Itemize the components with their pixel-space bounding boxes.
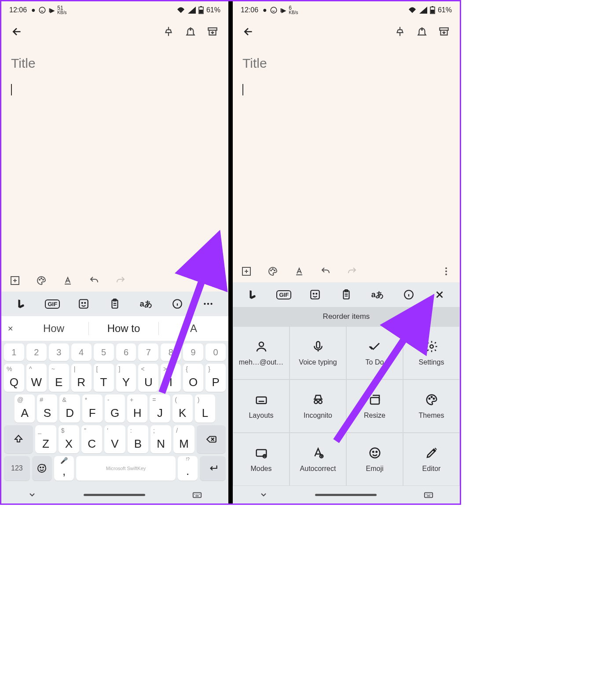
key-R[interactable]: |R [71, 364, 92, 392]
key-L[interactable]: )L [195, 394, 215, 423]
keyboard-switch-icon[interactable] [424, 490, 433, 500]
palette-button[interactable] [35, 274, 48, 287]
key-Z[interactable]: _Z [35, 425, 56, 453]
key-B[interactable]: :B [128, 425, 148, 453]
key-W[interactable]: ^W [26, 364, 47, 392]
key-X[interactable]: $X [59, 425, 79, 453]
sticker-button[interactable] [306, 286, 324, 303]
toolbar-item-pen[interactable]: Editor [403, 433, 460, 486]
undo-button[interactable] [88, 274, 101, 287]
key-3[interactable]: 3 [49, 343, 69, 361]
toolbar-item-check[interactable]: To Do [346, 326, 403, 379]
key-Q[interactable]: %Q [4, 364, 24, 392]
key-K[interactable]: (K [172, 394, 193, 423]
toolbar-item-mic[interactable]: Voice typing [290, 326, 346, 379]
key-8[interactable]: 8 [161, 343, 181, 361]
key-0[interactable]: 0 [205, 343, 226, 361]
key-5[interactable]: 5 [94, 343, 114, 361]
key-6[interactable]: 6 [116, 343, 136, 361]
dismiss-suggestions[interactable]: ✕ [1, 325, 19, 333]
pin-button[interactable] [391, 23, 409, 40]
archive-button[interactable] [435, 23, 453, 40]
key-J[interactable]: =J [150, 394, 170, 423]
toolbar-item-emoji[interactable]: Emoji [346, 433, 403, 486]
key-I[interactable]: >I [161, 364, 181, 392]
clipboard-button[interactable] [106, 295, 124, 313]
bing-icon[interactable] [12, 295, 30, 313]
shift-key[interactable] [4, 425, 33, 453]
key-F[interactable]: *F [82, 394, 103, 423]
key-D[interactable]: &D [59, 394, 80, 423]
space-key[interactable]: Microsoft SwiftKey [76, 456, 176, 481]
key-7[interactable]: 7 [138, 343, 158, 361]
comma-key[interactable]: 🎤, [54, 456, 74, 481]
nav-pill[interactable] [315, 494, 377, 496]
translate-button[interactable]: aあ [137, 295, 155, 313]
redo-button[interactable] [114, 274, 127, 287]
key-N[interactable]: ;N [150, 425, 171, 453]
keyboard-switch-icon[interactable] [192, 490, 202, 500]
back-button[interactable] [8, 23, 26, 40]
note-body[interactable] [11, 84, 219, 97]
add-button[interactable] [8, 274, 22, 287]
toolbar-item-palette[interactable]: Themes [403, 379, 460, 433]
key-9[interactable]: 9 [183, 343, 203, 361]
title-input[interactable] [242, 56, 450, 71]
info-button[interactable] [400, 286, 418, 303]
bing-icon[interactable] [244, 286, 261, 303]
archive-button[interactable] [204, 23, 221, 40]
palette-button[interactable] [266, 265, 279, 278]
toolbar-item-incognito[interactable]: Incognito [290, 379, 346, 433]
note-editor[interactable] [233, 44, 460, 260]
period-key[interactable]: !?. [178, 456, 198, 481]
more-button[interactable] [208, 274, 221, 287]
key-P[interactable]: }P [205, 364, 226, 392]
toolbar-item-resize[interactable]: Resize [346, 379, 403, 433]
key-H[interactable]: +H [127, 394, 147, 423]
key-2[interactable]: 2 [26, 343, 47, 361]
gif-button[interactable]: GIF [44, 295, 61, 313]
translate-button[interactable]: aあ [369, 286, 386, 303]
pin-button[interactable] [160, 23, 177, 40]
key-Y[interactable]: ]Y [116, 364, 136, 392]
more-toolbar-button[interactable] [199, 295, 217, 313]
numeric-key[interactable]: 123 [4, 456, 30, 481]
redo-button[interactable] [345, 265, 359, 278]
suggestion-2[interactable]: How to [89, 322, 158, 335]
back-button[interactable] [240, 23, 257, 40]
key-S[interactable]: #S [37, 394, 57, 423]
key-T[interactable]: [T [94, 364, 114, 392]
suggestion-1[interactable]: How [19, 322, 88, 335]
key-C[interactable]: "C [81, 425, 102, 453]
note-editor[interactable] [1, 44, 228, 270]
info-button[interactable] [169, 295, 186, 313]
nav-down-icon[interactable] [28, 490, 37, 499]
toolbar-item-modes[interactable]: Modes [233, 433, 290, 486]
reminder-button[interactable] [182, 23, 199, 40]
clipboard-button[interactable] [337, 286, 355, 303]
toolbar-item-keyboard[interactable]: Layouts [233, 379, 290, 433]
key-M[interactable]: /M [173, 425, 194, 453]
key-A[interactable]: @A [15, 394, 35, 423]
nav-down-icon[interactable] [259, 490, 268, 499]
suggestion-3[interactable]: A [159, 322, 228, 335]
text-format-button[interactable] [61, 274, 74, 287]
backspace-key[interactable] [197, 425, 226, 453]
toolbar-item-account[interactable]: meh…@out… [233, 326, 290, 379]
note-body[interactable] [242, 84, 450, 97]
add-button[interactable] [240, 265, 253, 278]
title-input[interactable] [11, 56, 219, 71]
reminder-button[interactable] [413, 23, 431, 40]
enter-key[interactable] [200, 456, 226, 481]
text-format-button[interactable] [293, 265, 306, 278]
gif-button[interactable]: GIF [275, 286, 293, 303]
toolbar-item-gear[interactable]: Settings [403, 326, 460, 379]
nav-pill[interactable] [84, 494, 145, 496]
key-1[interactable]: 1 [4, 343, 24, 361]
key-V[interactable]: 'V [104, 425, 125, 453]
key-E[interactable]: ~E [49, 364, 69, 392]
sticker-button[interactable] [75, 295, 92, 313]
close-panel-button[interactable] [431, 286, 448, 303]
key-O[interactable]: {O [183, 364, 203, 392]
key-4[interactable]: 4 [71, 343, 92, 361]
